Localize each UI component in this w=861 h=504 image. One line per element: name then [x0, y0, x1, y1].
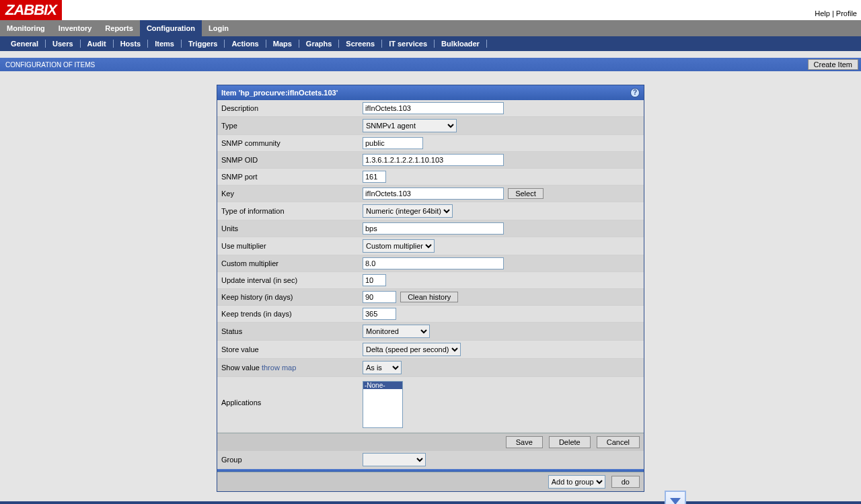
- key-input[interactable]: [363, 187, 504, 200]
- app-option-none[interactable]: -None-: [363, 382, 402, 389]
- type-info-select[interactable]: Numeric (integer 64bit): [363, 204, 453, 218]
- label-units: Units: [221, 224, 363, 233]
- do-button[interactable]: do: [611, 476, 640, 488]
- label-type: Type: [221, 122, 363, 130]
- label-trends: Keep trends (in days): [221, 310, 363, 318]
- history-input[interactable]: [363, 291, 396, 303]
- cancel-button[interactable]: Cancel: [597, 436, 640, 448]
- clean-history-button[interactable]: Clean history: [400, 292, 458, 302]
- label-apps: Applications: [221, 381, 363, 407]
- arrow-down-icon: [670, 498, 681, 504]
- label-update: Update interval (in sec): [221, 276, 363, 284]
- logo: ZABBIX: [0, 0, 62, 20]
- scroll-down-button[interactable]: [665, 491, 686, 504]
- subnav-general[interactable]: General: [4, 40, 46, 48]
- label-status: Status: [221, 327, 363, 335]
- label-description: Description: [221, 104, 363, 112]
- label-history: Keep history (in days): [221, 293, 363, 301]
- tab-inventory[interactable]: Inventory: [52, 20, 99, 36]
- label-snmp-oid: SNMP OID: [221, 156, 363, 164]
- subnav-graphs[interactable]: Graphs: [299, 40, 340, 48]
- label-use-mult: Use multiplier: [221, 242, 363, 250]
- panel-title: Item 'hp_procurve:ifInOctets.103': [221, 89, 338, 97]
- trends-input[interactable]: [363, 308, 396, 320]
- units-input[interactable]: [363, 222, 504, 235]
- showval-select[interactable]: As is: [363, 361, 402, 374]
- subnav-screens[interactable]: Screens: [339, 40, 382, 48]
- update-input[interactable]: [363, 274, 386, 286]
- help-icon[interactable]: ?: [630, 88, 640, 97]
- subnav-items[interactable]: Items: [148, 40, 182, 48]
- label-custom-mult: Custom multiplier: [221, 259, 363, 267]
- addgroup-select[interactable]: Add to group: [548, 475, 605, 489]
- profile-link[interactable]: Profile: [836, 9, 857, 17]
- help-link[interactable]: Help: [815, 9, 830, 17]
- label-key: Key: [221, 190, 363, 198]
- subnav-audit[interactable]: Audit: [81, 40, 114, 48]
- description-input[interactable]: [363, 102, 504, 114]
- subnav-itservices[interactable]: IT services: [382, 40, 435, 48]
- footer: ZABBIX 1.1.4 Copyright 2001-2006 by SIA …: [0, 501, 861, 504]
- label-snmp-community: SNMP community: [221, 139, 363, 147]
- use-mult-select[interactable]: Custom multiplier: [363, 239, 435, 253]
- nav-main: Monitoring Inventory Reports Configurati…: [0, 20, 861, 36]
- tab-login[interactable]: Login: [202, 20, 235, 36]
- tab-monitoring[interactable]: Monitoring: [0, 20, 52, 36]
- snmp-community-input[interactable]: [363, 137, 423, 149]
- throw-map-link[interactable]: throw map: [262, 364, 296, 372]
- type-select[interactable]: SNMPv1 agent: [363, 119, 457, 132]
- label-group: Group: [221, 456, 363, 464]
- custom-mult-input[interactable]: [363, 257, 504, 269]
- status-select[interactable]: Monitored: [363, 325, 430, 338]
- label-showval: Show value throw map: [221, 364, 363, 372]
- delete-button[interactable]: Delete: [549, 436, 591, 448]
- page-title: CONFIGURATION OF ITEMS: [5, 61, 95, 69]
- subnav-bulkloader[interactable]: Bulkloader: [435, 40, 487, 48]
- subnav-maps[interactable]: Maps: [266, 40, 299, 48]
- subnav-triggers[interactable]: Triggers: [182, 40, 225, 48]
- label-snmp-port: SNMP port: [221, 173, 363, 181]
- subnav-hosts[interactable]: Hosts: [114, 40, 149, 48]
- snmp-port-input[interactable]: [363, 171, 386, 183]
- label-type-info: Type of information: [221, 207, 363, 215]
- top-links: Help | Profile: [815, 9, 857, 20]
- snmp-oid-input[interactable]: [363, 154, 504, 166]
- save-button[interactable]: Save: [506, 436, 543, 448]
- subnav-actions[interactable]: Actions: [225, 40, 266, 48]
- select-button[interactable]: Select: [508, 188, 544, 199]
- page-header: CONFIGURATION OF ITEMS Create Item: [0, 58, 861, 71]
- label-store: Store value: [221, 345, 363, 353]
- group-select[interactable]: [363, 453, 426, 466]
- nav-sub: General Users Audit Hosts Items Triggers…: [0, 36, 861, 51]
- tab-reports[interactable]: Reports: [98, 20, 140, 36]
- subnav-users[interactable]: Users: [46, 40, 81, 48]
- tab-configuration[interactable]: Configuration: [140, 20, 202, 36]
- item-panel: Item 'hp_procurve:ifInOctets.103' ? Desc…: [217, 85, 644, 492]
- create-item-button[interactable]: Create Item: [808, 59, 858, 70]
- store-select[interactable]: Delta (speed per second): [363, 343, 461, 356]
- applications-list[interactable]: -None-: [363, 381, 403, 428]
